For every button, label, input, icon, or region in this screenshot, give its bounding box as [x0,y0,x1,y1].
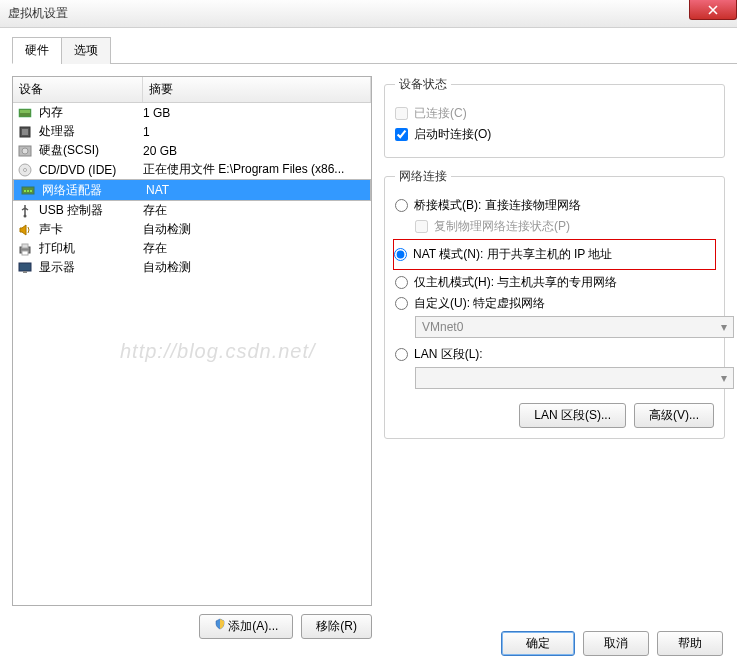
nat-radio[interactable]: NAT 模式(N): 用于共享主机的 IP 地址 [394,246,713,263]
device-name: CD/DVD (IDE) [39,163,143,177]
svg-point-10 [27,190,29,192]
vmnet-select: VMnet0▾ [415,316,734,338]
add-button-label: 添加(A)... [228,619,278,633]
disk-icon [17,143,33,159]
device-row-net[interactable]: 网络适配器NAT [13,179,371,201]
add-button[interactable]: 添加(A)... [199,614,293,639]
cpu-icon [17,124,33,140]
device-summary: 1 GB [143,106,371,120]
remove-button[interactable]: 移除(R) [301,614,372,639]
device-summary: 存在 [143,240,371,257]
close-button[interactable] [689,0,737,20]
device-summary: 存在 [143,202,371,219]
device-name: 硬盘(SCSI) [39,142,143,159]
help-button[interactable]: 帮助 [657,631,723,656]
window-title: 虚拟机设置 [8,5,68,22]
net-icon [20,182,36,198]
svg-point-9 [24,190,26,192]
svg-rect-15 [22,251,28,255]
device-name: USB 控制器 [39,202,143,219]
device-row-display[interactable]: 显示器自动检测 [13,258,371,277]
device-summary: NAT [146,183,364,197]
svg-point-5 [22,148,28,154]
device-summary: 1 [143,125,371,139]
device-row-memory[interactable]: 内存1 GB [13,103,371,122]
header-device: 设备 [13,77,143,102]
bridged-radio[interactable]: 桥接模式(B): 直接连接物理网络 [395,197,714,214]
device-status-group: 设备状态 已连接(C) 启动时连接(O) [384,76,725,158]
usb-icon [17,203,33,219]
device-name: 网络适配器 [42,182,146,199]
device-name: 显示器 [39,259,143,276]
advanced-button[interactable]: 高级(V)... [634,403,714,428]
custom-radio[interactable]: 自定义(U): 特定虚拟网络 [395,295,714,312]
replicate-checkbox: 复制物理网络连接状态(P) [415,218,714,235]
list-header: 设备 摘要 [13,77,371,103]
device-status-legend: 设备状态 [395,76,451,93]
svg-point-7 [24,168,27,171]
device-name: 内存 [39,104,143,121]
svg-rect-1 [20,110,30,113]
cd-icon [17,162,33,178]
tab-options[interactable]: 选项 [61,37,111,64]
svg-rect-16 [19,263,31,271]
connect-at-poweron-checkbox[interactable]: 启动时连接(O) [395,126,714,143]
sound-icon [17,222,33,238]
shield-icon [214,618,226,630]
svg-point-11 [30,190,32,192]
device-name: 处理器 [39,123,143,140]
device-row-sound[interactable]: 声卡自动检测 [13,220,371,239]
svg-point-12 [24,214,27,217]
device-row-disk[interactable]: 硬盘(SCSI)20 GB [13,141,371,160]
device-row-usb[interactable]: USB 控制器存在 [13,201,371,220]
svg-rect-3 [22,129,28,135]
title-bar: 虚拟机设置 [0,0,737,28]
device-name: 声卡 [39,221,143,238]
connected-checkbox[interactable]: 已连接(C) [395,105,714,122]
memory-icon [17,105,33,121]
svg-rect-14 [22,244,28,248]
header-summary: 摘要 [143,77,371,102]
device-row-cd[interactable]: CD/DVD (IDE)正在使用文件 E:\Program Files (x86… [13,160,371,179]
display-icon [17,260,33,276]
svg-rect-17 [23,271,27,273]
hostonly-radio[interactable]: 仅主机模式(H): 与主机共享的专用网络 [395,274,714,291]
device-summary: 自动检测 [143,221,371,238]
device-name: 打印机 [39,240,143,257]
tab-hardware[interactable]: 硬件 [12,37,62,64]
chevron-down-icon: ▾ [721,320,727,334]
device-summary: 20 GB [143,144,371,158]
ok-button[interactable]: 确定 [501,631,575,656]
lan-segments-button[interactable]: LAN 区段(S)... [519,403,626,428]
tab-bar: 硬件 选项 [12,36,737,64]
lan-segment-select: ▾ [415,367,734,389]
device-summary: 自动检测 [143,259,371,276]
chevron-down-icon: ▾ [721,371,727,385]
close-icon [708,5,718,15]
network-connection-group: 网络连接 桥接模式(B): 直接连接物理网络 复制物理网络连接状态(P) NAT… [384,168,725,439]
highlight-box: NAT 模式(N): 用于共享主机的 IP 地址 [393,239,716,270]
device-list[interactable]: 设备 摘要 内存1 GB处理器1硬盘(SCSI)20 GBCD/DVD (IDE… [12,76,372,606]
cancel-button[interactable]: 取消 [583,631,649,656]
printer-icon [17,241,33,257]
device-row-cpu[interactable]: 处理器1 [13,122,371,141]
device-row-printer[interactable]: 打印机存在 [13,239,371,258]
device-summary: 正在使用文件 E:\Program Files (x86... [143,161,371,178]
lan-segment-radio[interactable]: LAN 区段(L): [395,346,714,363]
network-legend: 网络连接 [395,168,451,185]
